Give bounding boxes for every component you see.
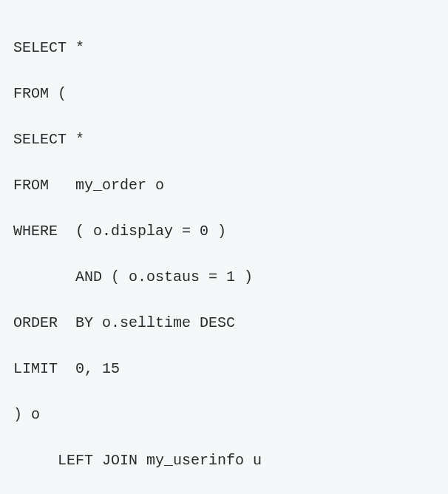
code-line: SELECT * [13,33,435,64]
code-line: ORDER BY o.selltime DESC [13,308,435,339]
sql-code-block: SELECT * FROM ( SELECT * FROM my_order o… [0,0,448,494]
code-line: SELECT * [13,124,435,155]
code-line: WHERE ( o.display = 0 ) [13,216,435,247]
code-line: FROM ( [13,78,435,109]
code-line: ) o [13,399,435,430]
code-line: LIMIT 0, 15 [13,353,435,385]
code-line: LEFT JOIN my_userinfo u [13,445,435,476]
code-line: ON o.uid = u.uid [13,491,435,494]
code-line: FROM my_order o [13,170,435,201]
code-line: AND ( o.ostaus = 1 ) [13,262,435,293]
